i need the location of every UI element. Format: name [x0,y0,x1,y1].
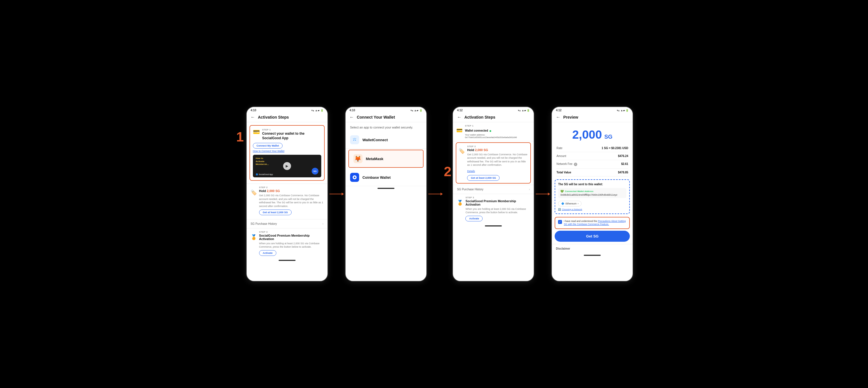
choosing-network-link[interactable]: ℹ️ Choosing a Network [558,208,626,211]
arrow-1 [328,194,345,194]
back-button-2[interactable]: ← [349,115,354,120]
green-dot: ● [489,128,491,133]
network-selector[interactable]: 🔷 Ethereum › [558,201,582,206]
wallet-option-coinbase[interactable]: Coinbase Wallet [346,169,426,186]
network-fee-info[interactable]: i [574,163,577,166]
step1-connected: 💳 STEP 1 Wallet connected ● Your wallet … [453,122,534,141]
get-sg-btn-inactive[interactable]: Get at least 2,000 SG [259,209,291,215]
step2-icon-inactive: 🏷️ [251,190,257,196]
step-number-2: 2 [444,164,452,179]
step3-p3: 🏅 STEP 3 SocialGood Premium Membership A… [453,194,534,224]
status-bar-2: 4:10 ▾▴ ▲▰ 🔋 [346,107,426,112]
back-button-3[interactable]: ← [457,115,461,120]
play-button[interactable]: ▶ [283,162,291,170]
step2-desc-inactive: Get 2,000 SG via Coinbase Commerce. No C… [259,194,323,208]
preview-amount: 2,000 SG [552,122,632,144]
main-scene: 1 4:10 ▾▴ ▲▰ 🔋 ← Activation Steps 💳 [236,106,632,282]
sg-purchase-row-1[interactable]: SG Purchase History › [247,219,328,228]
walletconnect-label: WalletConnect [363,138,388,142]
connect-wallet-link[interactable]: How to Connect Your Wallet [253,150,321,153]
wallet-address-p3: Your wallet address: 0x77bb01d55051ce23e… [465,134,517,139]
app-header-3: ← Activation Steps [453,112,534,122]
step1-card: 💳 STEP 1 Connect your wallet to the Soci… [249,125,324,181]
app-header-1: ← Activation Steps [247,112,328,122]
arrow-3 [534,194,551,194]
rate-row-0: Rate 1 SG = $0.2381 USD [556,144,628,152]
wallet-section-title: The SG will be sent to this wallet: [558,183,626,186]
wallet-address-p4: 0x98cb01a89324re09ffklpc7849v190h4b4d011… [560,193,624,196]
phone-1: 4:10 ▾▴ ▲▰ 🔋 ← Activation Steps 💳 STEP [246,106,328,282]
step2-label-inactive: STEP 2 [259,186,323,189]
svg-point-1 [355,140,356,141]
step2-title-inactive: Hold 2,000 SG [259,189,323,193]
sg-purchase-row-3[interactable]: SG Purchase History › [453,185,534,194]
video-thumb[interactable]: How toActivateMembersh... ▶ SG 🔵 SocialG… [253,155,321,177]
activate-btn-1[interactable]: Activate [259,250,276,256]
step2-title-p3: Hold 2,000 SG [467,148,528,152]
step3-label-p3: STEP 3 [465,196,530,199]
wallet-option-walletconnect[interactable]: WalletConnect [346,131,426,149]
details-link-p3[interactable]: Details [467,170,475,172]
rate-row-2: Network Fee i $2.61 [556,160,628,169]
step2-highlighted: 🏷️ STEP 2 Hold 2,000 SG Get 2,000 SG via… [456,142,531,184]
phone-4: 3 4:12 ▾▴ ▲▰ 🔋 ← Preview 2,000 SG [551,106,633,282]
home-indicator-1 [247,258,328,263]
rate-row-1: Amount $476.24 [556,152,628,160]
step1-title: Connect your wallet to the SocialGood Ap… [262,132,321,140]
amount-number: 2,000 [572,128,602,141]
walletconnect-icon [350,135,359,144]
step2-desc-p3: Get 2,000 SG via Coinbase Commerce. No C… [467,153,528,167]
home-indicator-3 [453,224,534,229]
activate-btn-p3[interactable]: Activate [465,216,483,221]
step3-icon-inactive: 🏅 [251,234,257,240]
step3-label-inactive: STEP 3 [259,231,323,233]
coinbase-label: Coinbase Wallet [363,175,391,180]
step3-inactive: 🏅 STEP 3 SocialGood Premium Membership A… [247,228,328,258]
svg-point-0 [353,140,354,141]
status-icons-1: ▾▴ ▲▰ 🔋 [311,109,323,112]
app-header-2: ← Connect Your Wallet [346,112,426,122]
rate-row-total: Total Value $478.85 [556,169,628,176]
header-title-2: Connect Your Wallet [357,115,395,120]
step3-desc-p3: When you are holding at least 2,000 SG v… [465,207,530,214]
status-icons-2: ▾▴ ▲▰ 🔋 [410,109,423,112]
connect-wallet-btn[interactable]: Connect My Wallet [253,143,283,149]
header-title-4: Preview [563,115,578,120]
status-bar-3: 4:12 ▾▴ ▲▰ 🔋 [453,107,534,112]
phone4-content: 2,000 SG Rate 1 SG = $0.2381 USD Amount … [552,122,632,253]
status-icons-3: ▾▴ ▲▰ 🔋 [518,109,530,112]
checkbox-section: ✓ I have read and understood the Precaut… [555,217,630,229]
home-indicator-2 [346,186,426,191]
coinbase-icon [350,173,359,182]
get-sg-btn-p3[interactable]: Get at least 2,000 SG [467,175,500,181]
step1-label-p3: STEP 1 [465,125,517,127]
step3-desc-inactive: When you are holding at least 2,000 SG v… [259,242,323,249]
back-button-4[interactable]: ← [556,115,560,120]
wallet-section: The SG will be sent to this wallet: 💚 Co… [555,179,630,214]
status-icons-4: ▾▴ ▲▰ 🔋 [617,109,629,112]
wallet-option-metamask[interactable]: 🦊 MetaMask [348,150,424,168]
phone1-content: 💳 STEP 1 Connect your wallet to the Soci… [247,122,328,258]
step3-title-p3: SocialGood Premium Membership Activation [465,199,530,206]
status-bar-1: 4:10 ▾▴ ▲▰ 🔋 [247,107,328,112]
sg-logo: SG [312,168,318,174]
back-button-1[interactable]: ← [251,115,255,120]
get-sg-final-btn[interactable]: Get SG [555,231,630,242]
precautions-checkbox[interactable]: ✓ [558,220,562,224]
step-number-1: 1 [236,129,244,144]
arrow-2 [427,194,444,194]
metamask-icon: 🦊 [353,154,363,163]
connect-subtitle: Select an app to connect your wallet sec… [346,122,426,131]
header-title-3: Activation Steps [464,115,495,120]
metamask-label: MetaMask [366,157,383,161]
status-bar-4: 4:12 ▾▴ ▲▰ 🔋 [552,107,632,112]
phone2-content: Select an app to connect your wallet sec… [346,122,426,186]
app-header-4: ← Preview [552,112,632,122]
header-title-1: Activation Steps [258,115,289,120]
connected-wallet-label: 💚 Connected Wallet Address [560,190,624,193]
phone-2: 4:10 ▾▴ ▲▰ 🔋 ← Connect Your Wallet Selec… [345,106,427,282]
step2-inactive: 🏷️ STEP 2 Hold 2,000 SG Get 2,000 SG via… [247,184,328,219]
step1-label: STEP 1 [262,128,321,131]
disclaimer-row[interactable]: Disclaimer [552,244,632,253]
phone3-content: 💳 STEP 1 Wallet connected ● Your wallet … [453,122,534,224]
